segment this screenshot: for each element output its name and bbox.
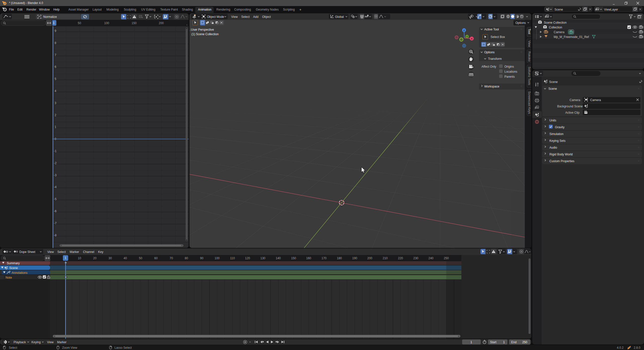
svg-text:X: X xyxy=(471,37,473,40)
svg-text:Y: Y xyxy=(466,35,468,38)
svg-text:Z: Z xyxy=(463,29,465,32)
